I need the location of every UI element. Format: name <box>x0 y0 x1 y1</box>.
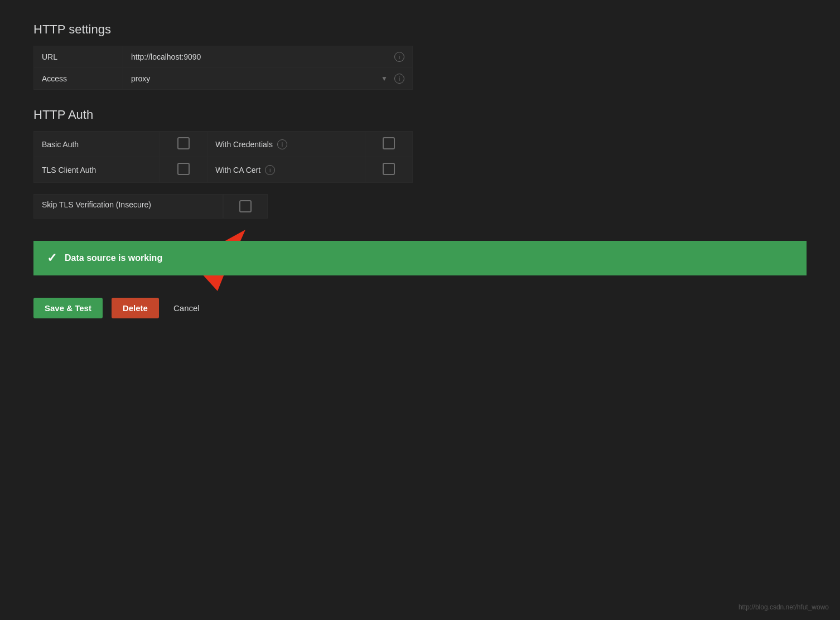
success-banner-wrapper: ✓ Data source is working <box>33 241 807 275</box>
with-ca-cert-label: With CA Cert <box>215 166 260 175</box>
tls-client-auth-checkbox-cell[interactable] <box>160 157 207 183</box>
http-auth-title: HTTP Auth <box>33 108 807 122</box>
success-checkmark-icon: ✓ <box>47 251 57 265</box>
tls-client-auth-label: TLS Client Auth <box>34 157 160 183</box>
delete-button[interactable]: Delete <box>112 298 159 318</box>
access-value-text: proxy <box>131 74 150 83</box>
skip-tls-checkbox[interactable] <box>239 200 252 212</box>
with-credentials-info-icon[interactable]: i <box>277 139 287 149</box>
buttons-row: Save & Test Delete Cancel <box>33 298 807 318</box>
with-credentials-label: With Credentials <box>215 140 273 149</box>
skip-tls-row: Skip TLS Verification (Insecure) <box>33 194 279 219</box>
save-test-button[interactable]: Save & Test <box>33 298 103 318</box>
with-ca-cert-checkbox[interactable] <box>383 163 395 175</box>
http-settings-title: HTTP settings <box>33 22 807 37</box>
basic-auth-label: Basic Auth <box>34 132 160 157</box>
with-ca-cert-cell: With CA Cert i <box>207 157 365 183</box>
tls-client-auth-checkbox[interactable] <box>177 163 190 175</box>
access-value-cell[interactable]: proxy ▼ i <box>123 68 413 90</box>
watermark: http://blog.csdn.net/hfut_wowo <box>738 603 829 611</box>
url-value-text: http://localhost:9090 <box>131 52 201 61</box>
with-ca-cert-checkbox-cell[interactable] <box>365 157 413 183</box>
basic-auth-checkbox[interactable] <box>177 137 190 149</box>
url-value-cell: http://localhost:9090 i <box>123 46 413 68</box>
http-auth-table: Basic Auth With Credentials i TLS Client… <box>33 131 413 183</box>
http-settings-table: URL http://localhost:9090 i Access proxy… <box>33 46 413 90</box>
with-credentials-cell: With Credentials i <box>207 132 365 157</box>
url-info-icon[interactable]: i <box>394 52 404 62</box>
with-credentials-checkbox-cell[interactable] <box>365 132 413 157</box>
basic-auth-checkbox-cell[interactable] <box>160 132 207 157</box>
cancel-button[interactable]: Cancel <box>168 298 205 318</box>
success-message: Data source is working <box>65 253 162 263</box>
access-info-icon[interactable]: i <box>394 74 404 84</box>
skip-tls-checkbox-cell[interactable] <box>223 194 268 219</box>
url-label: URL <box>34 46 123 68</box>
with-ca-cert-info-icon[interactable]: i <box>265 165 275 175</box>
access-label: Access <box>34 68 123 90</box>
skip-tls-label: Skip TLS Verification (Insecure) <box>33 194 223 219</box>
access-dropdown-arrow: ▼ <box>381 75 388 83</box>
success-banner: ✓ Data source is working <box>33 241 807 275</box>
with-credentials-checkbox[interactable] <box>383 137 395 149</box>
